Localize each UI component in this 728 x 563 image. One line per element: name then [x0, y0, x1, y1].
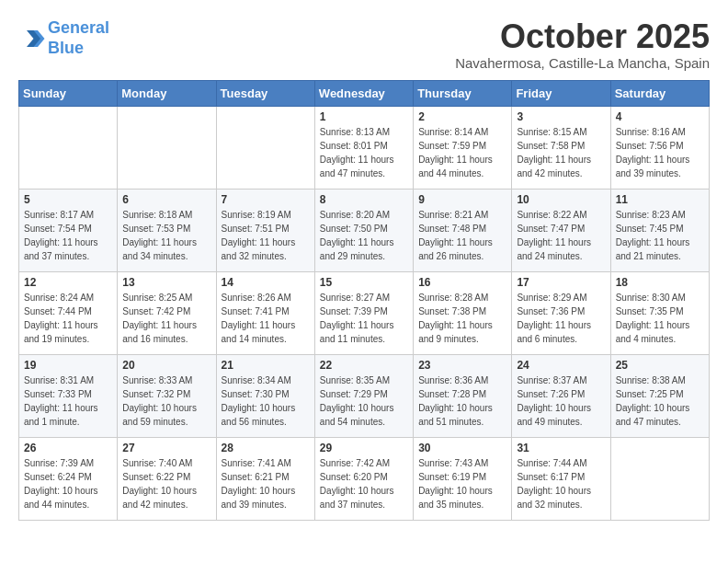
day-number: 12 — [24, 276, 112, 289]
weekday-header-row: SundayMondayTuesdayWednesdayThursdayFrid… — [19, 80, 710, 106]
day-number: 6 — [122, 193, 210, 206]
day-info: Sunrise: 8:24 AMSunset: 7:44 PMDaylight:… — [24, 291, 112, 346]
day-number: 22 — [320, 359, 408, 372]
weekday-header: Thursday — [414, 80, 512, 106]
calendar-cell: 23Sunrise: 8:36 AMSunset: 7:28 PMDayligh… — [414, 354, 512, 437]
day-info: Sunrise: 8:20 AMSunset: 7:50 PMDaylight:… — [320, 208, 408, 263]
day-number: 7 — [222, 193, 310, 206]
calendar-cell: 18Sunrise: 8:30 AMSunset: 7:35 PMDayligh… — [610, 271, 709, 354]
day-number: 4 — [616, 110, 704, 123]
calendar-week-row: 1Sunrise: 8:13 AMSunset: 8:01 PMDaylight… — [19, 106, 710, 189]
day-info: Sunrise: 8:14 AMSunset: 7:59 PMDaylight:… — [418, 125, 506, 180]
calendar-cell: 5Sunrise: 8:17 AMSunset: 7:54 PMDaylight… — [19, 189, 118, 271]
day-number: 17 — [517, 276, 605, 289]
calendar-cell: 10Sunrise: 8:22 AMSunset: 7:47 PMDayligh… — [512, 189, 610, 271]
calendar-cell: 2Sunrise: 8:14 AMSunset: 7:59 PMDaylight… — [414, 106, 512, 189]
day-info: Sunrise: 8:26 AMSunset: 7:41 PMDaylight:… — [222, 291, 310, 346]
calendar-cell: 4Sunrise: 8:16 AMSunset: 7:56 PMDaylight… — [610, 106, 709, 189]
day-info: Sunrise: 7:39 AMSunset: 6:24 PMDaylight:… — [24, 456, 112, 511]
calendar-cell: 28Sunrise: 7:41 AMSunset: 6:21 PMDayligh… — [216, 437, 314, 520]
calendar-cell: 30Sunrise: 7:43 AMSunset: 6:19 PMDayligh… — [414, 437, 512, 520]
day-info: Sunrise: 7:43 AMSunset: 6:19 PMDaylight:… — [418, 456, 506, 511]
calendar-cell: 29Sunrise: 7:42 AMSunset: 6:20 PMDayligh… — [314, 437, 413, 520]
calendar-cell: 1Sunrise: 8:13 AMSunset: 8:01 PMDaylight… — [314, 106, 413, 189]
day-number: 15 — [320, 276, 408, 289]
day-info: Sunrise: 8:17 AMSunset: 7:54 PMDaylight:… — [24, 208, 112, 263]
day-info: Sunrise: 8:22 AMSunset: 7:47 PMDaylight:… — [517, 208, 605, 263]
day-info: Sunrise: 7:40 AMSunset: 6:22 PMDaylight:… — [122, 456, 210, 511]
logo: General Blue — [18, 18, 109, 58]
day-info: Sunrise: 8:37 AMSunset: 7:26 PMDaylight:… — [517, 373, 605, 429]
calendar-cell — [19, 106, 118, 189]
day-info: Sunrise: 8:25 AMSunset: 7:42 PMDaylight:… — [122, 291, 210, 346]
calendar-cell — [610, 437, 709, 520]
logo-line2: Blue — [48, 39, 84, 57]
day-number: 8 — [320, 193, 408, 206]
day-number: 14 — [222, 276, 310, 289]
calendar-cell: 3Sunrise: 8:15 AMSunset: 7:58 PMDaylight… — [512, 106, 610, 189]
calendar-cell: 12Sunrise: 8:24 AMSunset: 7:44 PMDayligh… — [19, 271, 118, 354]
day-number: 5 — [24, 193, 112, 206]
day-number: 9 — [418, 193, 506, 206]
calendar-cell: 26Sunrise: 7:39 AMSunset: 6:24 PMDayligh… — [19, 437, 118, 520]
calendar-cell: 8Sunrise: 8:20 AMSunset: 7:50 PMDaylight… — [314, 189, 413, 271]
day-info: Sunrise: 8:29 AMSunset: 7:36 PMDaylight:… — [517, 291, 605, 346]
day-info: Sunrise: 8:34 AMSunset: 7:30 PMDaylight:… — [222, 373, 310, 429]
calendar-cell: 27Sunrise: 7:40 AMSunset: 6:22 PMDayligh… — [118, 437, 216, 520]
calendar-week-row: 19Sunrise: 8:31 AMSunset: 7:33 PMDayligh… — [19, 354, 710, 437]
day-number: 11 — [616, 193, 704, 206]
calendar-cell — [216, 106, 314, 189]
calendar-table: SundayMondayTuesdayWednesdayThursdayFrid… — [18, 80, 710, 521]
day-number: 24 — [517, 359, 605, 372]
month-title: October 2025 — [455, 18, 710, 55]
calendar-cell: 20Sunrise: 8:33 AMSunset: 7:32 PMDayligh… — [118, 354, 216, 437]
day-number: 23 — [418, 359, 506, 372]
day-info: Sunrise: 8:18 AMSunset: 7:53 PMDaylight:… — [122, 208, 210, 263]
day-info: Sunrise: 8:23 AMSunset: 7:45 PMDaylight:… — [616, 208, 704, 263]
day-number: 16 — [418, 276, 506, 289]
calendar-cell: 14Sunrise: 8:26 AMSunset: 7:41 PMDayligh… — [216, 271, 314, 354]
day-info: Sunrise: 8:31 AMSunset: 7:33 PMDaylight:… — [24, 373, 112, 429]
day-number: 3 — [517, 110, 605, 123]
day-number: 30 — [418, 442, 506, 454]
weekday-header: Monday — [118, 80, 216, 106]
day-info: Sunrise: 8:30 AMSunset: 7:35 PMDaylight:… — [616, 291, 704, 346]
day-info: Sunrise: 7:41 AMSunset: 6:21 PMDaylight:… — [222, 456, 310, 511]
weekday-header: Sunday — [19, 80, 118, 106]
weekday-header: Wednesday — [314, 80, 413, 106]
day-number: 31 — [517, 442, 605, 454]
day-number: 10 — [517, 193, 605, 206]
day-number: 19 — [24, 359, 112, 372]
day-info: Sunrise: 8:28 AMSunset: 7:38 PMDaylight:… — [418, 291, 506, 346]
title-block: October 2025 Navahermosa, Castille-La Ma… — [455, 18, 710, 71]
day-info: Sunrise: 8:36 AMSunset: 7:28 PMDaylight:… — [418, 373, 506, 429]
calendar-cell: 7Sunrise: 8:19 AMSunset: 7:51 PMDaylight… — [216, 189, 314, 271]
calendar-cell: 9Sunrise: 8:21 AMSunset: 7:48 PMDaylight… — [414, 189, 512, 271]
day-number: 1 — [320, 110, 408, 123]
day-number: 26 — [24, 442, 112, 454]
day-info: Sunrise: 8:13 AMSunset: 8:01 PMDaylight:… — [320, 125, 408, 180]
calendar-week-row: 12Sunrise: 8:24 AMSunset: 7:44 PMDayligh… — [19, 271, 710, 354]
logo-icon — [18, 25, 46, 52]
calendar-cell: 13Sunrise: 8:25 AMSunset: 7:42 PMDayligh… — [118, 271, 216, 354]
day-info: Sunrise: 7:42 AMSunset: 6:20 PMDaylight:… — [320, 456, 408, 511]
day-info: Sunrise: 8:33 AMSunset: 7:32 PMDaylight:… — [122, 373, 210, 429]
weekday-header: Saturday — [610, 80, 709, 106]
day-info: Sunrise: 8:15 AMSunset: 7:58 PMDaylight:… — [517, 125, 605, 180]
day-number: 2 — [418, 110, 506, 123]
day-info: Sunrise: 7:44 AMSunset: 6:17 PMDaylight:… — [517, 456, 605, 511]
day-number: 27 — [122, 442, 210, 454]
calendar-cell: 17Sunrise: 8:29 AMSunset: 7:36 PMDayligh… — [512, 271, 610, 354]
page-header: General Blue October 2025 Navahermosa, C… — [18, 18, 710, 71]
calendar-cell: 19Sunrise: 8:31 AMSunset: 7:33 PMDayligh… — [19, 354, 118, 437]
day-number: 18 — [616, 276, 704, 289]
calendar-cell: 16Sunrise: 8:28 AMSunset: 7:38 PMDayligh… — [414, 271, 512, 354]
calendar-cell: 24Sunrise: 8:37 AMSunset: 7:26 PMDayligh… — [512, 354, 610, 437]
day-info: Sunrise: 8:35 AMSunset: 7:29 PMDaylight:… — [320, 373, 408, 429]
day-info: Sunrise: 8:21 AMSunset: 7:48 PMDaylight:… — [418, 208, 506, 263]
day-info: Sunrise: 8:38 AMSunset: 7:25 PMDaylight:… — [616, 373, 704, 429]
calendar-cell: 15Sunrise: 8:27 AMSunset: 7:39 PMDayligh… — [314, 271, 413, 354]
day-number: 29 — [320, 442, 408, 454]
calendar-cell: 31Sunrise: 7:44 AMSunset: 6:17 PMDayligh… — [512, 437, 610, 520]
calendar-cell: 21Sunrise: 8:34 AMSunset: 7:30 PMDayligh… — [216, 354, 314, 437]
